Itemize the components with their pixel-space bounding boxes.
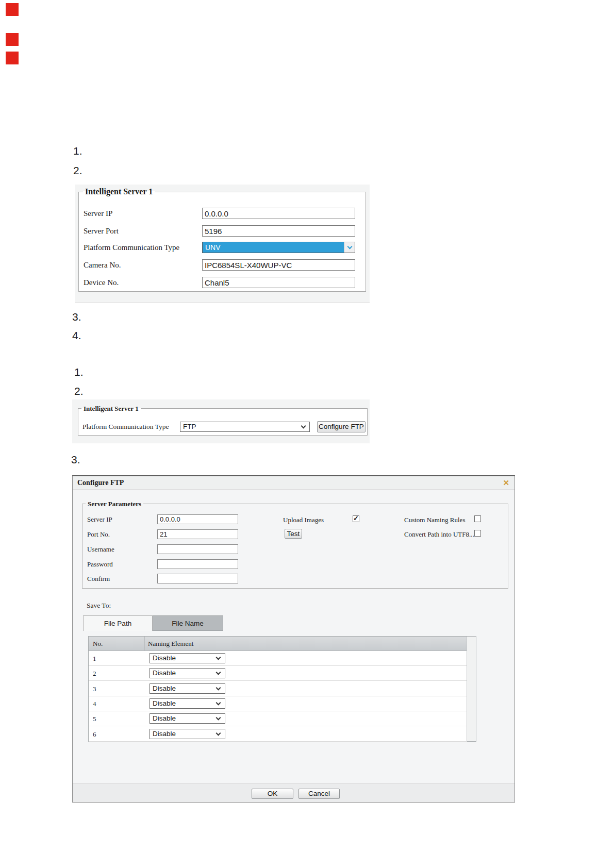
step-number: 3. — [72, 311, 81, 323]
chevron-down-icon — [301, 424, 306, 429]
table-row: 3Disable — [89, 681, 467, 696]
intelligent-server-screenshot-1: Intelligent Server 1 Server IP0.0.0.0Ser… — [75, 185, 370, 303]
table-row: 4Disable — [89, 696, 467, 711]
select-value: Disable — [153, 669, 176, 677]
chevron-down-icon — [216, 670, 221, 675]
naming-element-select[interactable]: Disable — [150, 729, 225, 739]
field-label: Confirm — [87, 575, 110, 583]
field-label: Camera No. — [84, 261, 121, 270]
convert-path-utf8-label: Convert Path into UTF8... — [404, 530, 474, 539]
select-value: Disable — [153, 685, 176, 692]
text-input[interactable]: Chanl5 — [202, 277, 355, 288]
table-row: 6Disable — [89, 727, 467, 742]
dialog-titlebar: Configure FTP ✕ — [73, 476, 515, 490]
configure-ftp-dialog: Configure FTP ✕ Server Parameters Server… — [72, 475, 515, 803]
naming-element-select[interactable]: Disable — [150, 698, 225, 709]
chevron-down-icon — [216, 685, 221, 690]
upload-images-checkbox[interactable] — [353, 515, 359, 522]
select-value: Disable — [153, 714, 176, 722]
intelligent-server-groupbox-2: Intelligent Server 1 Platform Communicat… — [78, 408, 368, 436]
naming-element-select[interactable]: Disable — [150, 713, 225, 724]
upload-images-label: Upload Images — [283, 516, 324, 524]
server-parameters-groupbox: Server Parameters Server IP0.0.0.0Port N… — [82, 504, 508, 589]
platform-communication-type-select[interactable]: FTP — [180, 422, 310, 432]
intelligent-server-groupbox: Intelligent Server 1 Server IP0.0.0.0Ser… — [78, 192, 366, 292]
select-value: Disable — [153, 699, 176, 707]
table-row: 2Disable — [89, 666, 467, 681]
naming-element-select[interactable]: Disable — [150, 668, 225, 678]
groupbox-legend: Intelligent Server 1 — [83, 187, 155, 196]
custom-naming-rules-checkbox[interactable] — [474, 515, 481, 522]
port-no--input[interactable]: 21 — [157, 529, 238, 539]
field-label: Password — [87, 560, 113, 569]
tab-file-name[interactable]: File Name — [153, 615, 223, 631]
chevron-down-icon — [347, 244, 353, 249]
select-value-highlighted: UNV — [203, 242, 344, 253]
ok-button[interactable]: OK — [252, 789, 293, 799]
column-header-no: No. — [93, 640, 103, 648]
step-number: 3. — [71, 454, 80, 466]
field-label: Port No. — [87, 530, 110, 539]
field-label: Username — [87, 545, 114, 554]
chevron-down-icon — [216, 700, 221, 705]
naming-element-table: No. Naming Element 1Disable2Disable3Disa… — [88, 636, 476, 742]
step-number: 1. — [73, 145, 82, 157]
platform-communication-type-label: Platform Communication Type — [82, 423, 169, 431]
groupbox-legend: Intelligent Server 1 — [81, 405, 141, 413]
platform-communication-type-select[interactable]: UNV — [202, 242, 355, 253]
redaction-mark — [6, 52, 19, 64]
field-label: Server Port — [84, 227, 119, 236]
save-to-label: Save To: — [87, 602, 111, 610]
column-divider — [144, 637, 145, 650]
cancel-button[interactable]: Cancel — [298, 789, 340, 799]
text-input[interactable]: 0.0.0.0 — [202, 208, 355, 219]
convert-path-utf8-checkbox[interactable] — [474, 530, 481, 537]
redaction-mark — [6, 33, 19, 46]
step-number: 2. — [74, 385, 84, 397]
select-value: FTP — [183, 423, 196, 430]
username-input[interactable] — [157, 544, 238, 554]
chevron-down-icon — [216, 730, 221, 736]
field-label: Platform Communication Type — [84, 243, 179, 252]
select-value: Disable — [153, 730, 176, 738]
dialog-footer — [73, 783, 515, 802]
select-arrow-button[interactable] — [344, 242, 355, 253]
password-input[interactable] — [157, 559, 238, 569]
step-number: 2. — [73, 164, 82, 177]
field-label: Server IP — [87, 515, 112, 524]
row-number: 1 — [93, 655, 96, 663]
redaction-mark — [6, 3, 19, 16]
field-label: Device No. — [84, 278, 119, 287]
text-input[interactable]: 5196 — [202, 225, 355, 237]
column-header-naming-element: Naming Element — [148, 640, 193, 648]
field-label: Server IP — [84, 209, 112, 218]
intelligent-server-screenshot-2: Intelligent Server 1 Platform Communicat… — [72, 399, 370, 443]
row-number: 5 — [93, 715, 96, 723]
table-header: No. Naming Element — [89, 637, 476, 651]
test-button[interactable]: Test — [285, 529, 302, 539]
row-number: 3 — [93, 685, 96, 693]
select-value: Disable — [153, 654, 176, 662]
configure-ftp-button[interactable]: Configure FTP — [317, 421, 366, 432]
confirm-input[interactable] — [157, 574, 238, 583]
row-number: 4 — [93, 700, 96, 708]
table-scrollbar[interactable] — [467, 637, 476, 741]
step-number: 1. — [74, 366, 84, 378]
tab-file-path[interactable]: File Path — [83, 615, 153, 631]
table-row: 5Disable — [89, 711, 467, 726]
server-ip-input[interactable]: 0.0.0.0 — [157, 514, 238, 524]
chevron-down-icon — [216, 715, 221, 721]
close-icon[interactable]: ✕ — [503, 478, 509, 488]
dialog-title: Configure FTP — [77, 479, 124, 487]
naming-element-select[interactable]: Disable — [150, 653, 225, 663]
step-number: 4. — [72, 329, 81, 342]
table-row: 1Disable — [89, 651, 467, 666]
groupbox-legend: Server Parameters — [86, 500, 143, 508]
custom-naming-rules-label: Custom Naming Rules — [404, 516, 465, 524]
chevron-down-icon — [216, 655, 221, 660]
text-input[interactable]: IPC6854SL-X40WUP-VC — [202, 259, 355, 271]
row-number: 6 — [93, 730, 96, 739]
naming-element-select[interactable]: Disable — [150, 683, 225, 694]
row-number: 2 — [93, 670, 96, 678]
